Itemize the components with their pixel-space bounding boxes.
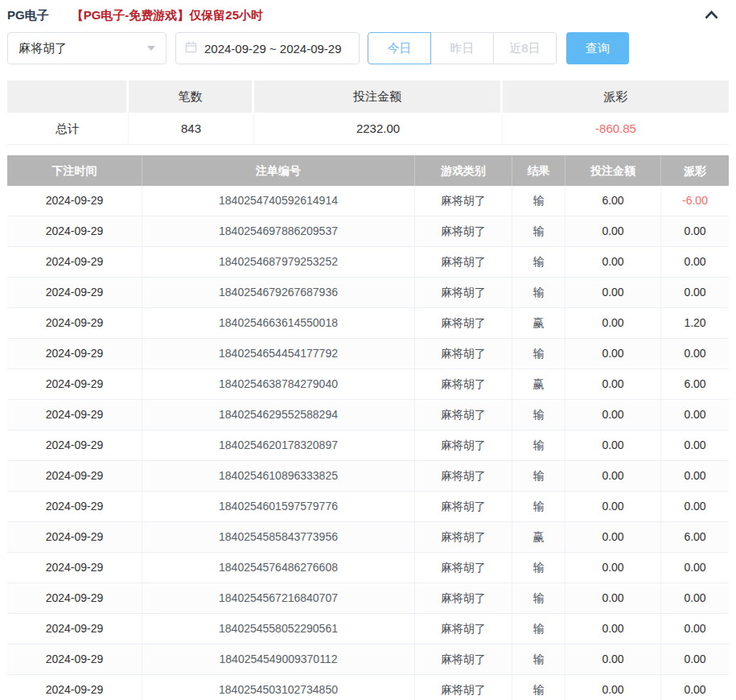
payout-cell: 6.00	[661, 369, 729, 399]
table-row: 2024-09-291840254620178320897麻将胡了输0.000.…	[7, 430, 729, 461]
table-row: 2024-09-291840254558052290561麻将胡了输0.000.…	[7, 614, 729, 644]
bet-time-cell: 2024-09-29	[7, 369, 142, 399]
bet-time-cell: 2024-09-29	[7, 675, 142, 700]
calendar-icon	[185, 41, 197, 56]
bet-id-cell: 1840254558052290561	[142, 614, 415, 644]
game-select[interactable]: 麻将胡了	[7, 32, 167, 64]
summary-count-value: 843	[129, 113, 254, 144]
table-row: 2024-09-291840254503102734850麻将胡了输0.000.…	[7, 675, 729, 700]
table-row: 2024-09-291840254687979253252麻将胡了输0.000.…	[7, 247, 729, 278]
bet-time-cell: 2024-09-29	[7, 522, 142, 552]
records-body: 2024-09-291840254740592614914麻将胡了输6.00-6…	[7, 186, 729, 700]
date-range-input[interactable]: 2024-09-29 ~ 2024-09-29	[175, 32, 360, 64]
bet-time-cell: 2024-09-29	[7, 308, 142, 338]
panel-title: PG电子	[7, 8, 49, 23]
table-row: 2024-09-291840254740592614914麻将胡了输6.00-6…	[7, 186, 729, 216]
bet-time-cell: 2024-09-29	[7, 430, 142, 460]
bet-amount-cell: 0.00	[565, 675, 661, 700]
bet-time-cell: 2024-09-29	[7, 583, 142, 613]
records-table: 下注时间注单编号游戏类别结果投注金额派彩 2024-09-29184025474…	[7, 155, 729, 700]
summary-table: 笔数 投注金额 派彩 总计 843 2232.00 -860.85	[7, 80, 729, 145]
caret-down-icon	[147, 46, 155, 51]
bet-id-cell: 1840254503102734850	[142, 675, 415, 700]
game-type-cell: 麻将胡了	[415, 216, 512, 246]
range-yesterday-button[interactable]: 昨日	[430, 32, 494, 64]
result-cell: 输	[512, 400, 565, 430]
range-last8days-button[interactable]: 近8日	[493, 32, 557, 64]
panel-header: PG电子 【PG电子-免费游戏】仅保留25小时	[7, 0, 729, 23]
table-row: 2024-09-291840254585843773956麻将胡了赢0.006.…	[7, 522, 729, 553]
bet-id-cell: 1840254629552588294	[142, 400, 415, 430]
bet-time-cell: 2024-09-29	[7, 339, 142, 369]
game-type-cell: 麻将胡了	[415, 339, 512, 369]
bet-amount-cell: 0.00	[565, 492, 661, 521]
table-row: 2024-09-291840254697886209537麻将胡了输0.000.…	[7, 216, 729, 247]
payout-cell: 0.00	[661, 553, 729, 583]
bet-time-cell: 2024-09-29	[7, 644, 142, 674]
game-type-cell: 麻将胡了	[415, 369, 512, 399]
bet-time-cell: 2024-09-29	[7, 216, 142, 246]
range-today-button[interactable]: 今日	[368, 32, 431, 64]
summary-header-blank	[7, 80, 129, 113]
pg-records-panel: PG电子 【PG电子-免费游戏】仅保留25小时 麻将胡了 2024-09-29 …	[0, 0, 736, 700]
column-header: 下注时间	[7, 155, 142, 186]
bet-time-cell: 2024-09-29	[7, 553, 142, 583]
result-cell: 输	[512, 644, 565, 674]
bet-id-cell: 1840254679267687936	[142, 278, 415, 307]
bet-id-cell: 1840254601597579776	[142, 492, 415, 521]
bet-amount-cell: 0.00	[565, 400, 661, 430]
payout-cell: 6.00	[661, 522, 729, 552]
result-cell: 赢	[512, 369, 565, 399]
bet-id-cell: 1840254576486276608	[142, 553, 415, 583]
column-header: 派彩	[661, 155, 729, 186]
table-row: 2024-09-291840254576486276608麻将胡了输0.000.…	[7, 553, 729, 583]
bet-amount-cell: 0.00	[565, 430, 661, 460]
game-select-value: 麻将胡了	[19, 41, 67, 56]
table-row: 2024-09-291840254663614550018麻将胡了赢0.001.…	[7, 308, 729, 339]
summary-header-count: 笔数	[129, 80, 254, 113]
payout-cell: 0.00	[661, 216, 729, 246]
game-type-cell: 麻将胡了	[415, 583, 512, 613]
table-row: 2024-09-291840254638784279040麻将胡了赢0.006.…	[7, 369, 729, 400]
table-row: 2024-09-291840254679267687936麻将胡了输0.000.…	[7, 278, 729, 308]
game-type-cell: 麻将胡了	[415, 492, 512, 521]
result-cell: 输	[512, 430, 565, 460]
summary-header-bet-amount: 投注金额	[254, 80, 503, 113]
bet-amount-cell: 0.00	[565, 522, 661, 552]
payout-cell: 0.00	[661, 675, 729, 700]
payout-cell: 0.00	[661, 247, 729, 277]
summary-payout-value: -860.85	[503, 113, 729, 144]
collapse-button[interactable]	[704, 10, 719, 23]
bet-amount-cell: 0.00	[565, 583, 661, 613]
game-type-cell: 麻将胡了	[415, 400, 512, 430]
payout-cell: 0.00	[661, 492, 729, 521]
bet-id-cell: 1840254740592614914	[142, 186, 415, 216]
bet-amount-cell: 0.00	[565, 614, 661, 644]
table-row: 2024-09-291840254567216840707麻将胡了输0.000.…	[7, 583, 729, 614]
bet-time-cell: 2024-09-29	[7, 492, 142, 521]
bet-time-cell: 2024-09-29	[7, 461, 142, 491]
bet-amount-cell: 0.00	[565, 644, 661, 674]
result-cell: 输	[512, 216, 565, 246]
filter-bar: 麻将胡了 2024-09-29 ~ 2024-09-29 今日 昨日 近8日 查…	[7, 32, 729, 64]
bet-time-cell: 2024-09-29	[7, 400, 142, 430]
payout-cell: 0.00	[661, 400, 729, 430]
query-button[interactable]: 查询	[566, 32, 629, 64]
quick-range-group: 今日 昨日 近8日	[368, 32, 557, 64]
summary-bet-amount-value: 2232.00	[254, 113, 503, 144]
column-header: 投注金额	[565, 155, 661, 186]
retention-notice: 【PG电子-免费游戏】仅保留25小时	[72, 8, 263, 23]
records-header-row: 下注时间注单编号游戏类别结果投注金额派彩	[7, 155, 729, 186]
bet-amount-cell: 0.00	[565, 339, 661, 369]
summary-total-row: 总计 843 2232.00 -860.85	[7, 113, 729, 145]
chevron-up-icon	[704, 10, 719, 23]
result-cell: 输	[512, 675, 565, 700]
bet-id-cell: 1840254663614550018	[142, 308, 415, 338]
table-row: 2024-09-291840254549009370112麻将胡了输0.000.…	[7, 644, 729, 675]
game-type-cell: 麻将胡了	[415, 522, 512, 552]
result-cell: 输	[512, 461, 565, 491]
column-header: 注单编号	[142, 155, 415, 186]
summary-total-label: 总计	[7, 113, 129, 144]
result-cell: 输	[512, 492, 565, 521]
bet-amount-cell: 6.00	[565, 186, 661, 216]
